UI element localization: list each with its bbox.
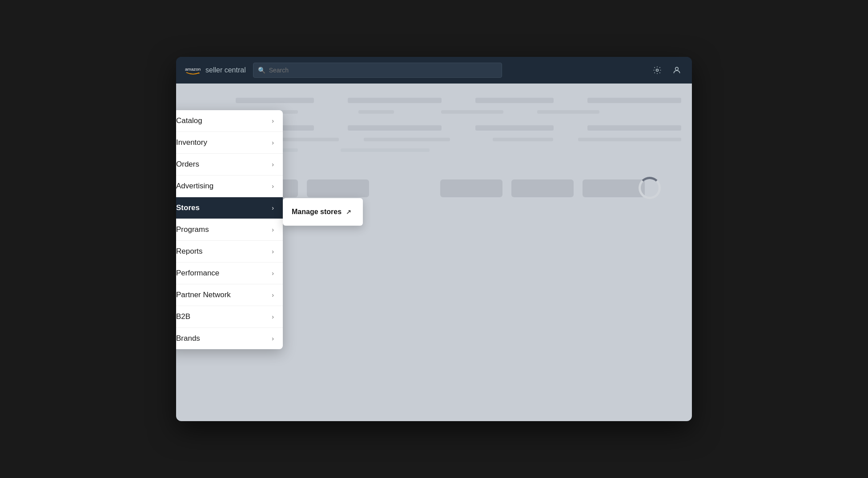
skeleton-block bbox=[475, 125, 554, 131]
external-link-icon: ↗︎ bbox=[346, 208, 351, 215]
account-icon[interactable] bbox=[671, 64, 683, 76]
manage-stores-item[interactable]: Manage stores ↗︎ bbox=[283, 202, 363, 222]
skeleton-block bbox=[364, 138, 450, 141]
skeleton-block bbox=[578, 138, 681, 141]
browser-content: Catalog › Inventory › Orders › Advertisi… bbox=[176, 84, 692, 421]
skeleton-block bbox=[493, 138, 553, 141]
skeleton-block bbox=[348, 125, 442, 131]
sidebar-item-orders[interactable]: Orders › bbox=[176, 154, 283, 175]
chevron-right-icon: › bbox=[272, 291, 274, 299]
settings-icon[interactable] bbox=[651, 64, 663, 76]
manage-stores-label: Manage stores bbox=[292, 208, 342, 216]
sidebar-item-reports[interactable]: Reports › bbox=[176, 241, 283, 263]
sidebar-item-brands[interactable]: Brands › bbox=[176, 328, 283, 349]
svg-text:amazon: amazon bbox=[185, 67, 201, 72]
sidebar-item-partner-network[interactable]: Partner Network › bbox=[176, 284, 283, 306]
browser-header: amazon seller central 🔍 bbox=[176, 57, 692, 84]
chevron-right-icon: › bbox=[272, 204, 274, 211]
skeleton-block bbox=[348, 98, 442, 103]
navigation-menu-container: Catalog › Inventory › Orders › Advertisi… bbox=[176, 110, 283, 349]
skeleton-card bbox=[583, 179, 645, 197]
sidebar-item-advertising[interactable]: Advertising › bbox=[176, 175, 283, 197]
chevron-right-icon: › bbox=[272, 248, 274, 255]
skeleton-block bbox=[475, 98, 554, 103]
skeleton-block bbox=[587, 98, 681, 103]
chevron-right-icon: › bbox=[272, 335, 274, 342]
skeleton-card bbox=[307, 179, 369, 197]
skeleton-block bbox=[587, 125, 681, 131]
sidebar-item-inventory[interactable]: Inventory › bbox=[176, 132, 283, 154]
chevron-right-icon: › bbox=[272, 313, 274, 320]
svg-marker-1 bbox=[198, 72, 200, 74]
header-icons bbox=[651, 64, 683, 76]
chevron-right-icon: › bbox=[272, 139, 274, 146]
search-input[interactable] bbox=[269, 67, 497, 74]
svg-point-3 bbox=[675, 67, 679, 70]
skeleton-card bbox=[511, 179, 574, 197]
stores-submenu: Manage stores ↗︎ bbox=[283, 198, 363, 226]
chevron-right-icon: › bbox=[272, 161, 274, 168]
skeleton-block bbox=[341, 148, 430, 152]
sidebar-item-stores[interactable]: Stores › bbox=[176, 197, 283, 219]
sidebar-item-performance[interactable]: Performance › bbox=[176, 263, 283, 284]
skeleton-block bbox=[537, 110, 599, 114]
skeleton-card bbox=[440, 179, 502, 197]
skeleton-block bbox=[358, 110, 394, 114]
skeleton-block bbox=[441, 110, 503, 114]
svg-point-2 bbox=[656, 69, 659, 72]
chevron-right-icon: › bbox=[272, 183, 274, 190]
nav-menu: Catalog › Inventory › Orders › Advertisi… bbox=[176, 110, 283, 349]
sidebar-item-catalog[interactable]: Catalog › bbox=[176, 110, 283, 132]
search-icon: 🔍 bbox=[258, 67, 265, 74]
browser-window: amazon seller central 🔍 bbox=[176, 57, 692, 421]
loading-spinner bbox=[639, 177, 665, 203]
amazon-logo-icon: amazon bbox=[185, 65, 201, 76]
seller-central-label: seller central bbox=[205, 66, 246, 74]
chevron-right-icon: › bbox=[272, 270, 274, 277]
sidebar-item-programs[interactable]: Programs › bbox=[176, 219, 283, 241]
sidebar-item-b2b[interactable]: B2B › bbox=[176, 306, 283, 328]
brand-logo: amazon seller central bbox=[185, 65, 246, 76]
chevron-right-icon: › bbox=[272, 226, 274, 233]
chevron-right-icon: › bbox=[272, 117, 274, 124]
search-bar[interactable]: 🔍 bbox=[253, 63, 502, 78]
skeleton-block bbox=[236, 98, 314, 103]
